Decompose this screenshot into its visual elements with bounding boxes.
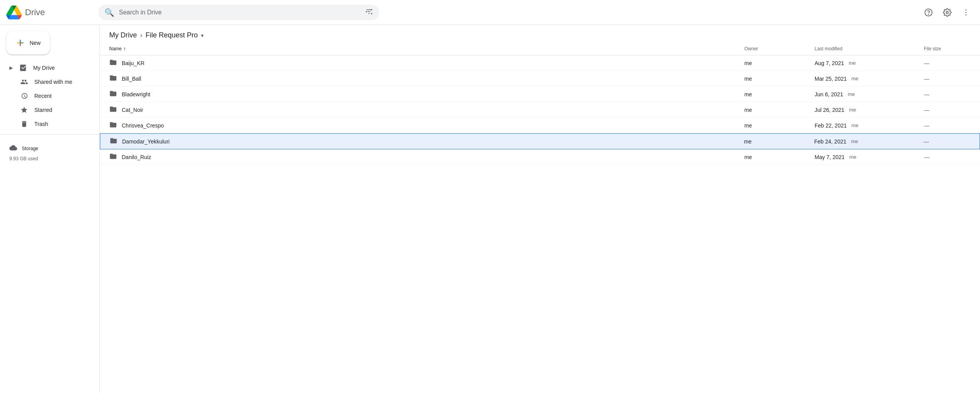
- folder-icon: [109, 58, 117, 67]
- file-owner-cell: me: [744, 60, 815, 66]
- my-drive-icon: [19, 64, 27, 72]
- table-row[interactable]: Damodar_Yekkuluri me Feb 24, 2021 me —: [100, 133, 980, 149]
- file-owner-cell: me: [744, 107, 815, 113]
- trash-icon: [20, 120, 28, 128]
- breadcrumb-current[interactable]: File Request Pro ▾: [146, 31, 204, 39]
- sidebar-item-trash[interactable]: Trash: [0, 117, 93, 131]
- table-row[interactable]: Baiju_KR me Aug 7, 2021 me —: [100, 55, 980, 71]
- sidebar-item-trash-label: Trash: [34, 121, 48, 127]
- sidebar-item-recent[interactable]: Recent: [0, 89, 93, 103]
- file-name-cell: Danilo_Ruiz: [109, 152, 744, 161]
- expand-arrow-icon: ▶: [9, 65, 13, 71]
- table-row[interactable]: Chrisvea_Crespo me Feb 22, 2021 me —: [100, 118, 980, 133]
- file-owner-cell: me: [744, 122, 815, 129]
- file-name-text: Danilo_Ruiz: [122, 154, 151, 160]
- column-name-header[interactable]: Name ↑: [109, 46, 744, 52]
- folder-icon: [109, 105, 117, 114]
- svg-point-3: [371, 9, 372, 10]
- folder-icon: [109, 74, 117, 83]
- breadcrumb-chevron-icon: ▾: [201, 32, 204, 39]
- svg-point-8: [946, 11, 948, 14]
- breadcrumb-separator: ›: [140, 31, 142, 39]
- file-name-text: Damodar_Yekkuluri: [122, 138, 170, 145]
- new-button[interactable]: New: [6, 31, 50, 55]
- file-owner-cell: me: [744, 76, 815, 82]
- file-name-text: Bladewright: [122, 91, 150, 97]
- sidebar-item-my-drive[interactable]: ▶ My Drive: [0, 61, 93, 75]
- sidebar-item-shared-label: Shared with me: [34, 79, 72, 85]
- file-size-cell: —: [924, 122, 971, 129]
- app-header: Drive 🔍: [0, 0, 980, 25]
- file-content-area: My Drive › File Request Pro ▾ Name ↑ Own…: [100, 25, 980, 393]
- header-actions: [921, 5, 974, 20]
- column-size-header[interactable]: File size: [924, 46, 971, 51]
- file-name-cell: Chrisvea_Crespo: [109, 121, 744, 130]
- sidebar: New ▶ My Drive: [0, 25, 100, 393]
- storage-section: Storage 9.93 GB used: [0, 138, 99, 168]
- cloud-icon: [9, 144, 17, 153]
- help-button[interactable]: [921, 5, 936, 20]
- file-list: Baiju_KR me Aug 7, 2021 me — Bill_Ball m…: [100, 55, 980, 165]
- folder-icon: [109, 152, 117, 161]
- folder-icon: [110, 137, 117, 146]
- file-size-cell: —: [924, 76, 971, 82]
- svg-point-9: [966, 9, 967, 11]
- file-size-cell: —: [924, 60, 971, 66]
- people-icon: [20, 78, 28, 86]
- sidebar-item-starred-label: Starred: [34, 107, 52, 113]
- file-name-text: Baiju_KR: [122, 60, 144, 66]
- column-owner-header[interactable]: Owner: [744, 46, 815, 51]
- filter-icon[interactable]: [365, 8, 373, 17]
- sidebar-divider: [0, 134, 99, 135]
- new-button-label: New: [30, 40, 41, 46]
- file-name-cell: Bill_Ball: [109, 74, 744, 83]
- breadcrumb-parent[interactable]: My Drive: [109, 31, 137, 39]
- settings-button[interactable]: [939, 5, 955, 20]
- table-row[interactable]: Cat_Noir me Jul 26, 2021 me —: [100, 102, 980, 118]
- breadcrumb: My Drive › File Request Pro ▾: [100, 25, 980, 42]
- folder-icon: [109, 90, 117, 99]
- file-owner-cell: me: [744, 91, 815, 97]
- file-modified-cell: Jun 6, 2021 me: [815, 91, 924, 97]
- column-modified-header[interactable]: Last modified: [815, 46, 924, 51]
- folder-icon: [109, 121, 117, 130]
- storage-used-text: 9.93 GB used: [9, 156, 90, 161]
- sidebar-item-starred[interactable]: Starred: [0, 103, 93, 117]
- file-name-text: Bill_Ball: [122, 76, 141, 82]
- file-size-cell: —: [924, 107, 971, 113]
- file-name-cell: Cat_Noir: [109, 105, 744, 114]
- file-name-text: Chrisvea_Crespo: [122, 122, 164, 129]
- sort-arrow-icon: ↑: [123, 46, 126, 52]
- file-size-cell: —: [924, 91, 971, 97]
- file-name-cell: Baiju_KR: [109, 58, 744, 67]
- search-input[interactable]: [119, 9, 360, 16]
- sidebar-item-shared-with-me[interactable]: Shared with me: [0, 75, 93, 89]
- table-header: Name ↑ Owner Last modified File size: [100, 42, 980, 55]
- sidebar-item-my-drive-label: My Drive: [33, 65, 55, 71]
- star-icon: [20, 106, 28, 114]
- storage-text: Storage: [22, 146, 38, 151]
- svg-point-5: [371, 13, 372, 14]
- sidebar-nav: ▶ My Drive Shared with me: [0, 61, 99, 131]
- svg-point-4: [366, 11, 367, 12]
- file-modified-cell: May 7, 2021 me: [815, 154, 924, 160]
- file-size-cell: —: [924, 154, 971, 160]
- logo-text: Drive: [25, 7, 45, 18]
- file-modified-cell: Feb 22, 2021 me: [815, 122, 924, 129]
- file-size-cell: —: [923, 138, 970, 145]
- search-bar[interactable]: 🔍: [98, 5, 379, 20]
- file-name-cell: Bladewright: [109, 90, 744, 99]
- svg-point-11: [966, 14, 967, 16]
- file-modified-cell: Aug 7, 2021 me: [815, 60, 924, 66]
- file-owner-cell: me: [744, 154, 815, 160]
- more-options-button[interactable]: [958, 5, 974, 20]
- drive-logo-link[interactable]: Drive: [6, 5, 92, 20]
- file-modified-cell: Jul 26, 2021 me: [815, 107, 924, 113]
- file-modified-cell: Feb 24, 2021 me: [814, 138, 923, 145]
- table-row[interactable]: Bladewright me Jun 6, 2021 me —: [100, 87, 980, 102]
- sidebar-item-recent-label: Recent: [34, 93, 51, 99]
- table-row[interactable]: Danilo_Ruiz me May 7, 2021 me —: [100, 149, 980, 165]
- storage-label[interactable]: Storage: [9, 144, 90, 153]
- file-owner-cell: me: [744, 138, 814, 145]
- table-row[interactable]: Bill_Ball me Mar 25, 2021 me —: [100, 71, 980, 87]
